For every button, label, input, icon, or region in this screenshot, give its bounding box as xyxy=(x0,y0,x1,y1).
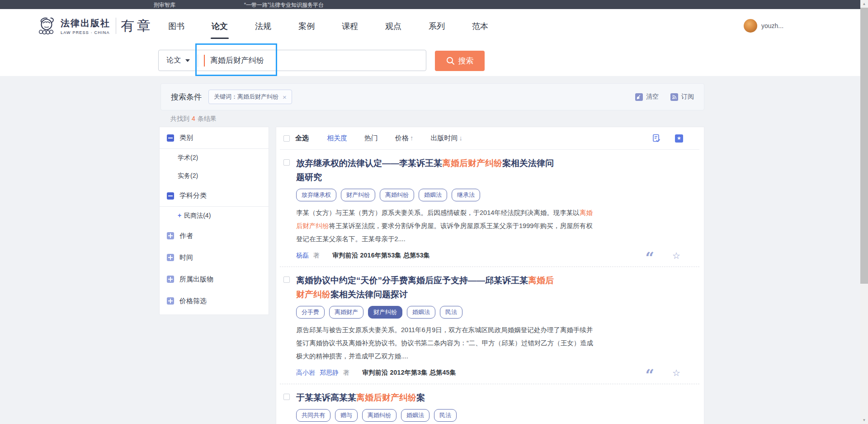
result-title[interactable]: 离婚协议中约定“天价”分手费离婚后应予支持——邱某诉王某离婚后财产纠纷案相关法律… xyxy=(296,273,557,301)
expand-node-icon[interactable]: + xyxy=(178,212,181,219)
cite-quote-icon[interactable]: “ xyxy=(645,253,654,262)
tag[interactable]: 离婚纠纷 xyxy=(362,409,396,422)
sidebar-section-header-6[interactable]: 价格筛选 xyxy=(160,290,269,312)
author-role: 著 xyxy=(313,252,320,260)
sort-option-1[interactable]: 相关度 xyxy=(327,134,347,143)
scroll-down-arrow-icon[interactable]: ▼ xyxy=(860,416,868,424)
brand-name: 有章 xyxy=(121,17,153,35)
result-tags: 放弃继承权财产纠纷离婚纠纷婚姻法继承法 xyxy=(296,189,604,201)
sidebar-section-header-2[interactable]: 学科分类 xyxy=(160,185,269,207)
text-part: 放弃继承权的法律认定——李某诉王某 xyxy=(296,158,442,168)
logo[interactable]: 法律出版社 LAW PRESS · CHINA 有章 xyxy=(36,16,153,36)
search-conditions-bar: 搜索条件 关键词：离婚后财产纠纷 × 清空 订阅 xyxy=(160,83,704,110)
result-item-2: “☆离婚协议中约定“天价”分手费离婚后应予支持——邱某诉王某离婚后财产纠纷案相关… xyxy=(280,267,699,384)
search-area: 论文 离婚后财产纠纷 搜索 xyxy=(0,43,860,76)
result-item-3: 于某某诉高某某离婚后财产纠纷案共同共有赠与离婚纠纷婚姻法民法夫妻双方离婚时协议约… xyxy=(280,384,699,424)
select-all-checkbox[interactable] xyxy=(283,135,290,142)
result-title[interactable]: 于某某诉高某某离婚后财产纠纷案 xyxy=(296,391,557,405)
scrollbar[interactable]: ▲ ▼ xyxy=(860,0,868,424)
author-link[interactable]: 杨磊 xyxy=(296,252,309,260)
keyword-chip[interactable]: 关键词：离婚后财产纠纷 × xyxy=(208,90,292,104)
expand-icon[interactable] xyxy=(167,254,174,261)
tag[interactable]: 民法 xyxy=(440,306,462,319)
tag[interactable]: 民法 xyxy=(434,409,457,422)
select-all-label[interactable]: 全选 xyxy=(295,134,309,143)
search-scope-value: 论文 xyxy=(167,56,181,65)
favorite-star-icon[interactable]: ☆ xyxy=(672,251,680,260)
tag[interactable]: 财产纠纷 xyxy=(368,306,402,319)
text-part: 将王某诉至法院，要求分割诉争房屋。该诉争房屋原系王某父亲于1999年购买，房屋所… xyxy=(296,222,593,243)
sort-option-2[interactable]: 热门 xyxy=(364,134,378,143)
cite-quote-icon[interactable]: “ xyxy=(645,370,654,379)
tag[interactable]: 婚姻法 xyxy=(401,409,429,422)
favorite-star-icon[interactable]: ☆ xyxy=(672,368,680,377)
favorites-folder-icon[interactable]: ★ xyxy=(675,134,683,143)
result-tags: 共同共有赠与离婚纠纷婚姻法民法 xyxy=(296,409,604,422)
sidebar-section-header-4[interactable]: 时间 xyxy=(160,247,269,268)
scroll-up-arrow-icon[interactable]: ▲ xyxy=(860,0,868,8)
tag[interactable]: 放弃继承权 xyxy=(296,189,336,201)
clear-label: 清空 xyxy=(646,93,659,101)
tag[interactable]: 离婚纠纷 xyxy=(380,189,414,201)
results-summary: 共找到4条结果 xyxy=(170,115,217,123)
topbar-platform-title: “一带一路”法律专业知识服务平台 xyxy=(244,1,324,9)
expand-icon[interactable] xyxy=(167,276,174,283)
nav-tab-5[interactable]: 课程 xyxy=(341,10,359,43)
sidebar-section-header-3[interactable]: 作者 xyxy=(160,225,269,247)
sidebar-section-header-5[interactable]: 所属出版物 xyxy=(160,268,269,290)
sidebar-filter-item[interactable]: 学术(2) xyxy=(160,149,269,167)
summary-suffix: 条结果 xyxy=(198,115,217,122)
subscribe-button[interactable]: 订阅 xyxy=(670,93,694,101)
avatar[interactable] xyxy=(744,19,757,33)
expand-icon[interactable] xyxy=(167,232,174,239)
chip-close-icon[interactable]: × xyxy=(283,94,287,100)
nav-tab-4[interactable]: 案例 xyxy=(297,10,316,43)
result-title[interactable]: 放弃继承权的法律认定——李某诉王某离婚后财产纠纷案相关法律问题研究 xyxy=(296,156,557,184)
collapse-icon[interactable] xyxy=(167,192,174,200)
user-account[interactable]: youzh... xyxy=(744,19,783,33)
tag[interactable]: 离婚财产 xyxy=(329,306,363,319)
sidebar-filter-item[interactable]: 实务(2) xyxy=(160,167,269,185)
result-meta: 杨磊著审判前沿 2016年第53集 总第53集 xyxy=(296,251,604,260)
tag[interactable]: 婚姻法 xyxy=(419,189,447,201)
collapse-icon[interactable] xyxy=(167,134,174,142)
author-link[interactable]: 高小岩 xyxy=(296,369,315,377)
tag[interactable]: 赠与 xyxy=(335,409,358,422)
tag[interactable]: 财产纠纷 xyxy=(341,189,375,201)
sidebar-filter-item[interactable]: +民商法(4) xyxy=(160,207,269,225)
nav-tab-6[interactable]: 观点 xyxy=(384,10,402,43)
main-nav: 图书论文法规案例课程观点系列范本 xyxy=(167,9,489,43)
scrollbar-thumb[interactable] xyxy=(860,8,868,284)
nav-tab-1[interactable]: 图书 xyxy=(167,10,185,43)
conditions-label: 搜索条件 xyxy=(171,92,202,102)
author-link[interactable]: 郑思静 xyxy=(320,369,339,377)
nav-tab-8[interactable]: 范本 xyxy=(471,10,489,43)
result-checkbox[interactable] xyxy=(283,276,290,283)
sort-arrow-icon: ↓ xyxy=(459,134,463,142)
result-checkbox[interactable] xyxy=(283,394,290,400)
source-publication: 审判前沿 2012年第3集 总第45集 xyxy=(362,369,456,377)
text-part: 案 xyxy=(416,393,425,402)
result-row: 放弃继承权的法律认定——李某诉王某离婚后财产纠纷案相关法律问题研究放弃继承权财产… xyxy=(283,156,699,260)
tag[interactable]: 婚姻法 xyxy=(407,306,435,319)
clear-conditions-button[interactable]: 清空 xyxy=(635,93,659,101)
expand-icon[interactable] xyxy=(167,297,174,305)
sidebar-section-header-1[interactable]: 类别 xyxy=(160,127,269,149)
keyword-highlight: 离婚后财产纠纷 xyxy=(442,158,502,168)
nav-tab-3[interactable]: 法规 xyxy=(254,10,272,43)
sidebar-filter-label: 实务(2) xyxy=(178,172,198,179)
topbar-menu-item[interactable]: 刑审智库 xyxy=(154,1,175,9)
search-button[interactable]: 搜索 xyxy=(435,51,485,71)
sort-option-3[interactable]: 价格↑ xyxy=(395,134,414,143)
sort-option-4[interactable]: 出版时间↓ xyxy=(431,134,463,143)
tag[interactable]: 共同共有 xyxy=(296,409,330,422)
tag[interactable]: 分手费 xyxy=(296,306,325,319)
result-checkbox[interactable] xyxy=(283,159,290,166)
sidebar-section-title: 作者 xyxy=(179,232,193,240)
nav-tab-7[interactable]: 系列 xyxy=(428,10,446,43)
search-scope-dropdown[interactable]: 论文 xyxy=(159,56,198,65)
tag[interactable]: 继承法 xyxy=(452,189,480,201)
batch-export-icon[interactable] xyxy=(652,134,660,143)
caret-down-icon xyxy=(185,59,190,62)
nav-tab-2[interactable]: 论文 xyxy=(211,10,229,43)
